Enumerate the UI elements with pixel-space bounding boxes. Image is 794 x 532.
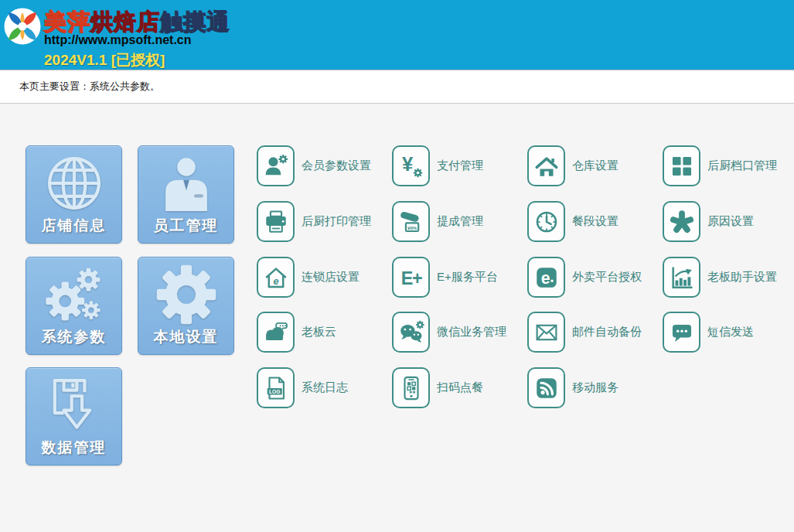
employee-icon [138,146,233,216]
qr-ordering-tile[interactable]: 扫码点餐 [392,367,483,408]
tile-label: 仓库设置 [572,159,619,173]
svg-text:¥8%: ¥8% [407,225,417,230]
app-title-product: 烘焙店 [90,9,160,34]
gear-icon [138,257,233,327]
meal-period-tile[interactable]: 餐段设置 [527,201,619,242]
app-header: 美萍烘焙店触摸通 http://www.mpsoft.net.cn 2024V1… [0,0,794,70]
commission-icon: ¥8% [392,201,430,242]
local-settings-button[interactable]: 本地设置 [138,257,234,355]
system-log-tile[interactable]: LOG系统日志 [257,367,348,408]
kitchen-print-tile[interactable]: 后厨打印管理 [257,201,371,242]
eplus-platform-tile[interactable]: E+E+服务平台 [392,257,498,298]
app-url: http://www.mpsoft.net.cn [44,34,230,47]
chain-store-tile[interactable]: e连锁店设置 [257,257,360,298]
big-button-label: 系统参数 [42,327,107,355]
tile-label: 扫码点餐 [437,380,483,395]
tile-label: 连锁店设置 [302,270,360,285]
tile-label: 老板助手设置 [707,270,777,285]
svg-text:¥: ¥ [401,153,413,175]
meal-period-clock-icon [527,201,565,242]
app-title: 美萍烘焙店触摸通 [44,10,230,33]
mobile-service-tile[interactable]: 移动服务 [527,367,619,408]
big-button-label: 店铺信息 [42,216,107,244]
boss-assistant-tile[interactable]: 老板助手设置 [663,257,777,298]
chain-store-icon: e [257,257,295,298]
app-title-suffix: 触摸通 [160,9,230,34]
takeout-auth-tile[interactable]: e外卖平台授权 [527,257,642,298]
big-button-label: 本地设置 [154,327,219,355]
employee-mgmt-button[interactable]: 员工管理 [138,145,234,244]
big-button-label: 数据管理 [42,438,107,466]
commission-tile[interactable]: ¥8%提成管理 [392,201,483,242]
store-info-button[interactable]: 店铺信息 [26,145,122,244]
system-params-button[interactable]: 系统参数 [26,257,122,355]
boss-assistant-chart-icon [663,257,700,298]
payment-icon: ¥ [392,145,430,186]
app-logo-icon [3,7,42,46]
sms-icon [663,312,700,353]
app-title-brand: 美萍 [44,9,90,34]
big-button-label: 员工管理 [154,216,219,244]
payment-mgmt-tile[interactable]: ¥支付管理 [392,145,483,186]
tile-label: 移动服务 [572,380,619,395]
boss-cloud-tile[interactable]: 老板云 [257,312,336,353]
kitchen-station-tile[interactable]: 后厨档口管理 [663,145,777,186]
eplus-icon: E+ [392,257,430,298]
system-log-icon: LOG [257,367,295,408]
svg-text:LOG: LOG [268,388,280,394]
tile-label: E+服务平台 [437,270,498,285]
gears-icon [26,257,121,327]
sms-send-tile[interactable]: 短信发送 [663,312,754,353]
tile-label: 后厨档口管理 [707,159,777,173]
settings-main-area: 店铺信息员工管理系统参数本地设置数据管理 会员参数设置¥支付管理仓库设置后厨档口… [0,104,794,532]
globe-icon [26,146,121,216]
mobile-service-icon [527,367,565,408]
svg-text:e: e [540,268,550,287]
data-mgmt-button[interactable]: 数据管理 [26,367,122,466]
tile-label: 外卖平台授权 [572,270,642,285]
qr-ordering-icon [392,367,430,408]
warehouse-icon [527,145,565,186]
tile-label: 邮件自动备份 [572,325,642,339]
tile-label: 系统日志 [302,380,348,395]
boss-cloud-icon [257,312,295,353]
app-version: 2024V1.1 [已授权] [44,53,230,68]
kitchen-station-icon [663,145,700,186]
info-bar-text: 本页主要设置：系统公共参数。 [19,80,160,94]
tile-label: 短信发送 [707,325,754,339]
warehouse-tile[interactable]: 仓库设置 [527,145,619,186]
svg-text:e: e [273,275,278,286]
tile-label: 餐段设置 [572,214,619,229]
svg-text:E+: E+ [400,268,421,288]
tile-label: 原因设置 [707,214,754,229]
email-backup-icon [527,312,565,353]
save-disk-arrow-icon [26,368,121,438]
tile-label: 老板云 [302,325,336,339]
wechat-icon [392,312,430,353]
info-bar: 本页主要设置：系统公共参数。 [0,70,794,104]
member-settings-icon [257,145,295,186]
reason-asterisk-icon [663,201,700,242]
takeout-platform-icon: e [527,257,565,298]
tile-label: 后厨打印管理 [302,214,371,229]
reason-tile[interactable]: 原因设置 [663,201,754,242]
member-params-tile[interactable]: 会员参数设置 [257,145,371,186]
wechat-business-tile[interactable]: 微信业务管理 [392,312,506,353]
tile-label: 会员参数设置 [302,159,371,173]
email-backup-tile[interactable]: 邮件自动备份 [527,312,642,353]
kitchen-printer-icon [257,201,295,242]
tile-label: 微信业务管理 [437,325,506,339]
tile-label: 提成管理 [437,214,483,229]
tile-label: 支付管理 [437,159,483,173]
